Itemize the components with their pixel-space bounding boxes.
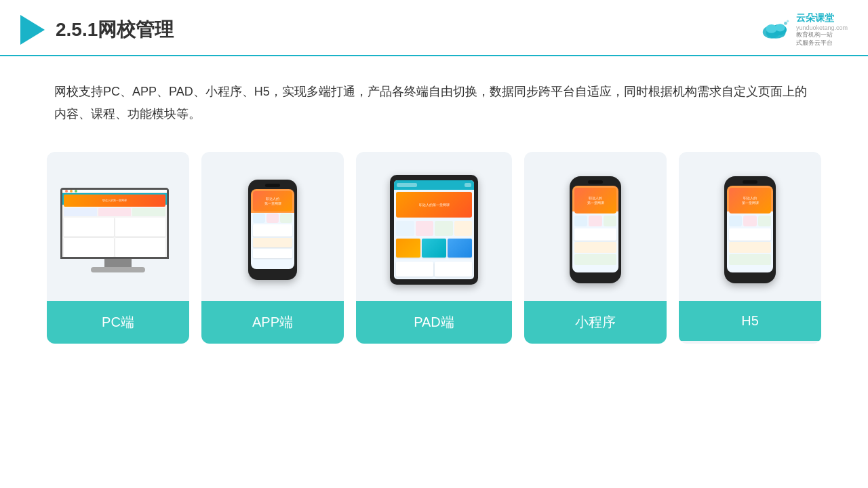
cloud-logo-icon [760, 18, 792, 42]
page-title: 2.5.1网校管理 [56, 17, 174, 43]
logo-url: yunduoketang.com [796, 24, 848, 31]
logo-brand-name: 云朵课堂 [796, 12, 848, 24]
svg-point-4 [775, 24, 785, 31]
card-app-label: APP端 [201, 301, 344, 344]
header-left: 2.5.1网校管理 [20, 15, 174, 45]
card-pc-label: PC端 [47, 301, 189, 344]
logo-text: 云朵课堂 yunduoketang.com 教育机构一站式服务云平台 [796, 12, 848, 47]
logo-area: 云朵课堂 yunduoketang.com 教育机构一站式服务云平台 [760, 12, 848, 47]
pad-image-area: 职达人的第一堂网课 [356, 152, 512, 301]
pc-image-area: 职达人的第一堂网课 [47, 152, 189, 301]
card-pad: 职达人的第一堂网课 [356, 152, 512, 344]
miniprogram-image-area: 职达人的第一堂网课 [524, 152, 667, 301]
app-image-area: 职达人的第一堂网课 [201, 152, 344, 301]
phone-mockup-mini: 职达人的第一堂网课 [570, 176, 621, 283]
card-app: 职达人的第一堂网课 APP端 [201, 152, 344, 344]
description-text: 网校支持PC、APP、PAD、小程序、H5，实现多端打通，产品各终端自由切换，数… [0, 56, 868, 138]
svg-point-6 [787, 20, 789, 22]
h5-image-area: 职达人的第一堂网课 [679, 152, 821, 301]
play-icon [20, 15, 45, 45]
card-pc: 职达人的第一堂网课 [47, 152, 189, 344]
pc-monitor-mockup: 职达人的第一堂网课 [60, 188, 176, 272]
cards-container: 职达人的第一堂网课 [0, 138, 868, 364]
svg-point-5 [784, 22, 787, 25]
monitor-screen: 职达人的第一堂网课 [60, 188, 169, 259]
header: 2.5.1网校管理 云朵课堂 yunduoketang.com 教育机构一站式服… [0, 0, 868, 56]
card-miniprogram-label: 小程序 [524, 301, 667, 344]
card-h5-label: H5 [679, 301, 821, 341]
card-miniprogram: 职达人的第一堂网课 小程序 [524, 152, 667, 344]
card-h5: 职达人的第一堂网课 H5 [679, 152, 821, 344]
card-pad-label: PAD端 [356, 301, 512, 344]
logo-slogan: 教育机构一站式服务云平台 [796, 31, 848, 47]
tablet-mockup: 职达人的第一堂网课 [390, 175, 478, 285]
phone-mockup-h5: 职达人的第一堂网课 [724, 176, 776, 283]
description-paragraph: 网校支持PC、APP、PAD、小程序、H5，实现多端打通，产品各终端自由切换，数… [54, 81, 814, 125]
svg-point-3 [766, 24, 777, 33]
phone-mockup-app: 职达人的第一堂网课 [248, 180, 297, 280]
